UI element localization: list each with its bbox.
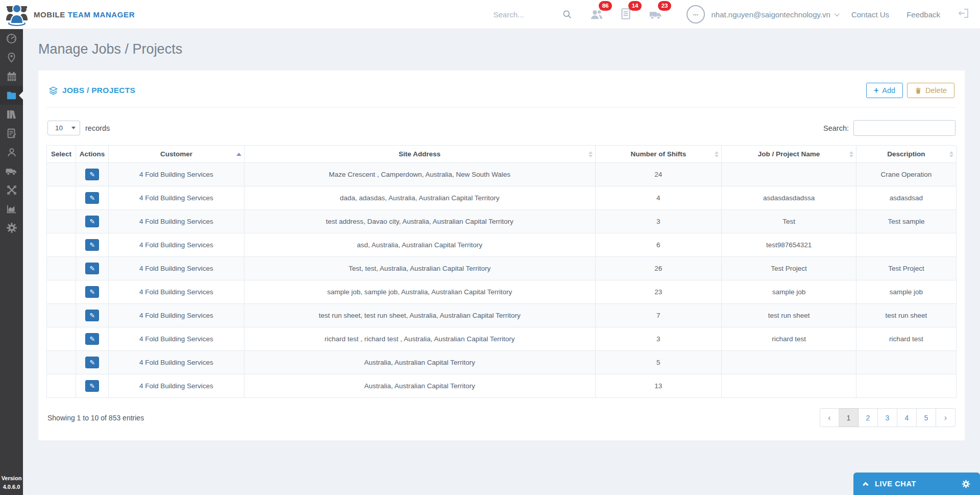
row-select-cell[interactable] bbox=[47, 210, 76, 233]
table-search-input[interactable] bbox=[853, 120, 955, 136]
edit-button[interactable]: ✎ bbox=[85, 333, 99, 345]
column-label: Site Address bbox=[399, 150, 440, 158]
user-menu[interactable]: ••• nhat.nguyen@saigontechnology.vn bbox=[687, 5, 838, 23]
description-cell: richard test bbox=[856, 327, 956, 351]
trash-icon bbox=[915, 87, 922, 95]
global-search-input[interactable] bbox=[493, 10, 562, 19]
description-cell bbox=[856, 351, 956, 374]
edit-button[interactable]: ✎ bbox=[85, 286, 99, 298]
edit-button[interactable]: ✎ bbox=[85, 216, 99, 227]
row-select-cell[interactable] bbox=[47, 374, 76, 398]
chevron-down-icon bbox=[835, 11, 840, 16]
edit-button[interactable]: ✎ bbox=[85, 192, 99, 204]
row-select-cell[interactable] bbox=[47, 163, 76, 186]
folder-icon bbox=[6, 89, 17, 101]
shifts-cell: 5 bbox=[595, 351, 722, 374]
vehicle-notification[interactable]: 23 bbox=[649, 7, 663, 21]
description-cell bbox=[856, 374, 956, 398]
brand-title: MOBILE TEAM MANAGER bbox=[34, 10, 135, 19]
sort-icons bbox=[589, 151, 593, 157]
pagination-prev[interactable]: ‹ bbox=[820, 408, 839, 427]
customer-cell: 4 Fold Building Services bbox=[109, 210, 244, 233]
runsheet-badge: 14 bbox=[628, 1, 642, 11]
page-title: Manage Jobs / Projects bbox=[23, 29, 980, 67]
sort-icons bbox=[849, 151, 853, 157]
main-content: Manage Jobs / Projects JOBS / PROJECTS +… bbox=[23, 29, 980, 495]
sidebar-item-calendar[interactable] bbox=[0, 67, 23, 86]
search-icon[interactable] bbox=[562, 9, 572, 19]
edit-button[interactable]: ✎ bbox=[85, 357, 99, 368]
edit-button[interactable]: ✎ bbox=[85, 169, 99, 180]
add-button[interactable]: +Add bbox=[866, 83, 903, 98]
column-header-description[interactable]: Description bbox=[856, 146, 956, 163]
description-cell: Test Project bbox=[856, 257, 956, 280]
sidebar-item-library[interactable] bbox=[0, 105, 23, 124]
sidebar-item-jobs-projects[interactable] bbox=[0, 86, 23, 105]
row-actions-cell: ✎ bbox=[76, 186, 109, 210]
edit-button[interactable]: ✎ bbox=[85, 310, 99, 321]
shifts-cell: 26 bbox=[595, 257, 722, 280]
table-row: ✎4 Fold Building ServicesMaze Crescent ,… bbox=[47, 163, 957, 186]
feedback-link[interactable]: Feedback bbox=[906, 10, 940, 19]
table-row: ✎4 Fold Building Servicessample job, sam… bbox=[47, 280, 957, 304]
row-actions-cell: ✎ bbox=[76, 327, 109, 351]
row-actions-cell: ✎ bbox=[76, 351, 109, 374]
sidebar-item-dashboard[interactable] bbox=[0, 29, 23, 48]
shifts-cell: 23 bbox=[595, 280, 722, 304]
showing-entries-text: Showing 1 to 10 of 853 entries bbox=[47, 414, 144, 422]
area-chart-icon bbox=[6, 203, 17, 215]
job-name-cell: Test Project bbox=[722, 257, 856, 280]
column-header-number-of-shifts[interactable]: Number of Shifts bbox=[595, 146, 722, 163]
column-header-job-project-name[interactable]: Job / Project Name bbox=[722, 146, 856, 163]
sidebar-item-run-sheets[interactable] bbox=[0, 124, 23, 143]
row-select-cell[interactable] bbox=[47, 233, 76, 257]
pagination-page-3[interactable]: 3 bbox=[878, 408, 897, 427]
edit-button[interactable]: ✎ bbox=[85, 263, 99, 274]
delete-button[interactable]: Delete bbox=[907, 83, 954, 98]
livechat-settings-icon[interactable] bbox=[961, 479, 971, 489]
shifts-cell: 3 bbox=[595, 327, 722, 351]
contact-us-link[interactable]: Contact Us bbox=[851, 10, 889, 19]
column-header-site-address[interactable]: Site Address bbox=[244, 146, 595, 163]
pagination-page-4[interactable]: 4 bbox=[897, 408, 917, 427]
shifts-cell: 4 bbox=[595, 186, 722, 210]
crew-notification[interactable]: 86 bbox=[590, 7, 604, 21]
live-chat-bar[interactable]: LIVE CHAT bbox=[853, 473, 980, 495]
customer-cell: 4 Fold Building Services bbox=[109, 163, 244, 186]
sidebar-item-staff[interactable] bbox=[0, 143, 23, 161]
logout-button[interactable] bbox=[958, 7, 970, 21]
column-header-customer[interactable]: Customer bbox=[109, 146, 244, 163]
site-address-cell: asd, Australia, Australian Capital Terri… bbox=[244, 233, 595, 257]
sidebar-item-tools[interactable] bbox=[0, 180, 23, 199]
row-select-cell[interactable] bbox=[47, 257, 76, 280]
sidebar-item-settings[interactable] bbox=[0, 218, 23, 237]
map-pin-icon bbox=[6, 52, 17, 63]
sort-asc-icon bbox=[236, 153, 241, 156]
site-address-cell: Australia, Australian Capital Territory bbox=[244, 374, 595, 398]
pagination-page-5[interactable]: 5 bbox=[917, 408, 936, 427]
pagination-next[interactable]: › bbox=[936, 408, 955, 427]
row-select-cell[interactable] bbox=[47, 186, 76, 210]
runsheet-notification[interactable]: 14 bbox=[619, 7, 633, 21]
row-select-cell[interactable] bbox=[47, 351, 76, 374]
books-icon bbox=[6, 108, 18, 121]
sort-icons bbox=[949, 151, 953, 157]
row-select-cell[interactable] bbox=[47, 327, 76, 351]
row-actions-cell: ✎ bbox=[76, 257, 109, 280]
person-icon bbox=[6, 147, 17, 158]
table-row: ✎4 Fold Building Servicestest address, D… bbox=[47, 210, 957, 233]
sidebar-item-vehicles[interactable] bbox=[0, 161, 23, 180]
sidebar-item-locations[interactable] bbox=[0, 48, 23, 67]
pagination-page-2[interactable]: 2 bbox=[859, 408, 878, 427]
top-header: MOBILE TEAM MANAGER 86 14 bbox=[0, 0, 980, 29]
user-email: nhat.nguyen@saigontechnology.vn bbox=[711, 10, 830, 19]
row-select-cell[interactable] bbox=[47, 280, 76, 304]
row-actions-cell: ✎ bbox=[76, 233, 109, 257]
sidebar-item-reports[interactable] bbox=[0, 199, 23, 218]
edit-button[interactable]: ✎ bbox=[85, 239, 99, 251]
edit-button[interactable]: ✎ bbox=[85, 380, 99, 392]
pagination-page-1[interactable]: 1 bbox=[839, 408, 859, 427]
row-select-cell[interactable] bbox=[47, 304, 76, 327]
records-per-page-select[interactable]: 10 bbox=[47, 121, 80, 135]
table-row: ✎4 Fold Building Servicesrichard test , … bbox=[47, 327, 957, 351]
